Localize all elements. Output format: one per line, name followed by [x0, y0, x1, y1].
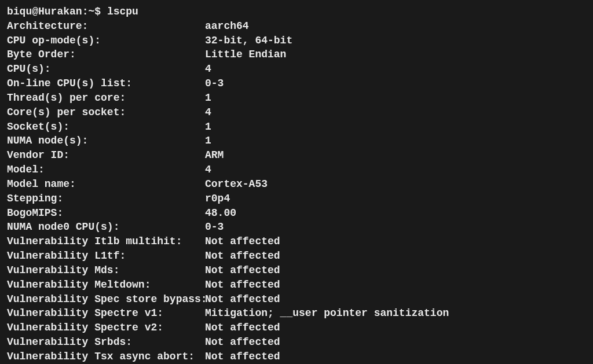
lscpu-row: Vulnerability Spec store bypass:Not affe… [7, 292, 586, 307]
lscpu-field: CPU(s): [7, 62, 205, 76]
lscpu-field: Architecture: [7, 19, 205, 34]
lscpu-value: ARM [205, 148, 224, 163]
lscpu-value: 4 [205, 62, 211, 76]
lscpu-value: Not affected [205, 321, 280, 335]
lscpu-value: aarch64 [205, 19, 249, 34]
lscpu-field: Vulnerability Meltdown: [7, 278, 205, 292]
lscpu-value: 0-3 [205, 220, 224, 234]
lscpu-value: Not affected [205, 350, 280, 364]
lscpu-value: Little Endian [205, 47, 286, 62]
lscpu-value: Not affected [205, 249, 280, 263]
lscpu-row: Vulnerability Tsx async abort:Not affect… [7, 350, 586, 364]
lscpu-field: Stepping: [7, 192, 205, 206]
lscpu-field: Vulnerability Mds: [7, 263, 205, 278]
lscpu-value: 0-3 [205, 76, 224, 91]
lscpu-row: Vulnerability Mds:Not affected [7, 263, 586, 278]
prompt-path: ~ [88, 6, 94, 17]
lscpu-field: Socket(s): [7, 120, 205, 134]
lscpu-value: 1 [205, 120, 211, 134]
lscpu-row: CPU(s):4 [7, 62, 586, 76]
lscpu-row: NUMA node(s):1 [7, 134, 586, 148]
lscpu-value: 4 [205, 163, 211, 177]
lscpu-value: Not affected [205, 263, 280, 278]
lscpu-field: On-line CPU(s) list: [7, 76, 205, 91]
lscpu-row: On-line CPU(s) list:0-3 [7, 76, 586, 91]
lscpu-value: 48.00 [205, 206, 236, 220]
lscpu-field: Model name: [7, 177, 205, 192]
lscpu-field: Vulnerability Itlb multihit: [7, 234, 205, 249]
lscpu-row: Vulnerability Spectre v2:Not affected [7, 321, 586, 335]
lscpu-value: Not affected [205, 335, 280, 350]
lscpu-row: Vulnerability L1tf:Not affected [7, 249, 586, 263]
lscpu-row: Vulnerability Srbds:Not affected [7, 335, 586, 350]
lscpu-row: Architecture:aarch64 [7, 19, 586, 34]
lscpu-field: Vulnerability Spectre v1: [7, 306, 205, 321]
lscpu-row: Vendor ID:ARM [7, 148, 586, 163]
lscpu-value: 1 [205, 91, 211, 105]
prompt-separator: $ [94, 6, 101, 17]
lscpu-field: Core(s) per socket: [7, 105, 205, 120]
lscpu-field: Vendor ID: [7, 148, 205, 163]
lscpu-row: Vulnerability Itlb multihit:Not affected [7, 234, 586, 249]
lscpu-row: Thread(s) per core:1 [7, 91, 586, 105]
lscpu-value: Cortex-A53 [205, 177, 268, 192]
lscpu-row: Socket(s):1 [7, 120, 586, 134]
lscpu-row: BogoMIPS:48.00 [7, 206, 586, 220]
lscpu-row: NUMA node0 CPU(s):0-3 [7, 220, 586, 234]
prompt-command: lscpu [107, 6, 138, 17]
terminal-output[interactable]: biqu@Hurakan:~$ lscpu Architecture:aarch… [7, 5, 586, 364]
lscpu-field: Model: [7, 163, 205, 177]
prompt-user-host: biqu@Hurakan [7, 6, 82, 17]
shell-prompt-line: biqu@Hurakan:~$ lscpu [7, 5, 586, 19]
lscpu-value: Mitigation; __user pointer sanitization [205, 306, 449, 321]
lscpu-field: Vulnerability Srbds: [7, 335, 205, 350]
lscpu-row: CPU op-mode(s):32-bit, 64-bit [7, 34, 586, 48]
lscpu-field: Vulnerability Spec store bypass: [7, 292, 205, 307]
lscpu-value: 4 [205, 105, 211, 120]
lscpu-field: Vulnerability L1tf: [7, 249, 205, 263]
lscpu-row: Vulnerability Meltdown:Not affected [7, 278, 586, 292]
lscpu-field: NUMA node0 CPU(s): [7, 220, 205, 234]
lscpu-field: Vulnerability Spectre v2: [7, 321, 205, 335]
lscpu-row: Core(s) per socket:4 [7, 105, 586, 120]
lscpu-value: Not affected [205, 234, 280, 249]
lscpu-value: r0p4 [205, 192, 230, 206]
lscpu-row: Byte Order:Little Endian [7, 47, 586, 62]
lscpu-value: 32-bit, 64-bit [205, 34, 292, 48]
lscpu-field: BogoMIPS: [7, 206, 205, 220]
lscpu-row: Model:4 [7, 163, 586, 177]
lscpu-value: Not affected [205, 292, 280, 307]
lscpu-field: NUMA node(s): [7, 134, 205, 148]
lscpu-row: Stepping:r0p4 [7, 192, 586, 206]
lscpu-output: Architecture:aarch64CPU op-mode(s):32-bi… [7, 19, 586, 364]
lscpu-row: Vulnerability Spectre v1:Mitigation; __u… [7, 306, 586, 321]
lscpu-field: Byte Order: [7, 47, 205, 62]
lscpu-value: 1 [205, 134, 211, 148]
lscpu-value: Not affected [205, 278, 280, 292]
lscpu-field: CPU op-mode(s): [7, 34, 205, 48]
lscpu-field: Vulnerability Tsx async abort: [7, 350, 205, 364]
lscpu-row: Model name:Cortex-A53 [7, 177, 586, 192]
lscpu-field: Thread(s) per core: [7, 91, 205, 105]
